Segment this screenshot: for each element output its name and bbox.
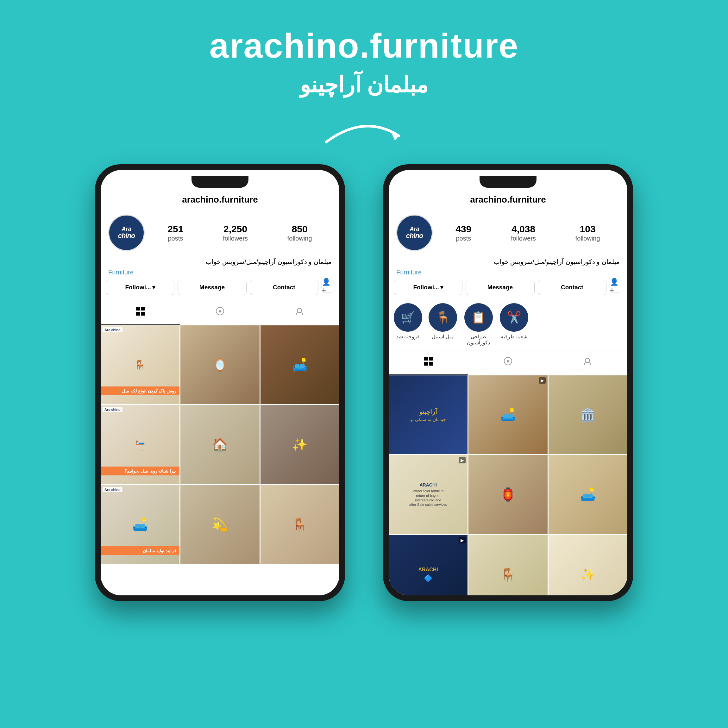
left-action-buttons: Followi... ▾ Message Contact 👤+: [101, 280, 339, 300]
right-photo-9: ✨: [549, 535, 627, 595]
svg-rect-8: [424, 357, 428, 361]
left-tab-grid[interactable]: [101, 300, 180, 325]
left-stats: 251 posts 2,250 followers 850 following: [148, 224, 332, 242]
left-photo-3: 🛋️: [260, 326, 339, 404]
left-message-button[interactable]: Message: [177, 280, 246, 295]
highlight-decor-label: طراحی دکوراسیون: [463, 333, 494, 346]
highlight-decor-circle: 📋: [464, 303, 493, 332]
left-photo-4: Arc chino 🛏️ · · · چرا شبانه روی مبل بخو…: [101, 405, 179, 484]
curved-arrow-icon: [317, 110, 411, 155]
right-username: arachino.furniture: [389, 189, 627, 208]
right-highlights-row: 🛒 فروخته شد 🪑 مبل استیل 📋: [389, 300, 627, 350]
svg-rect-1: [136, 307, 140, 310]
left-screen-content: arachino.furniture Ara chino 251: [101, 189, 339, 595]
right-notch: [480, 176, 537, 188]
highlight-steel-circle: 🪑: [428, 303, 457, 332]
highlight-decor[interactable]: 📋 طراحی دکوراسیون: [463, 303, 494, 346]
left-stat-posts: 251 posts: [167, 224, 183, 242]
svg-point-7: [297, 308, 302, 313]
right-message-button[interactable]: Message: [466, 280, 534, 295]
svg-marker-13: [507, 359, 510, 363]
left-photo-9: 🪑: [260, 485, 339, 564]
left-category: Furniture: [101, 269, 339, 280]
right-photo-1: آراچینو چیدمان به سبکی تو: [389, 375, 468, 454]
left-stat-followers: 2,250 followers: [223, 224, 248, 242]
left-avatar: Ara chino: [108, 215, 145, 251]
left-photo-7: Arc chino 🛋️ فرایند تولید مبلمان: [101, 485, 179, 564]
svg-marker-6: [219, 310, 222, 313]
svg-rect-2: [141, 307, 145, 310]
highlight-steel-label: مبل استیل: [432, 333, 454, 340]
arrow-container: [0, 107, 728, 158]
right-tabs-row: [389, 350, 627, 375]
left-stats-row: Ara chino 251 posts 2,250 follower: [101, 208, 339, 257]
left-phone-frame: arachino.furniture Ara chino 251: [95, 164, 345, 601]
right-stat-followers: 4,038 followers: [511, 224, 536, 242]
left-phone: arachino.furniture Ara chino 251: [95, 164, 345, 601]
left-notch: [191, 176, 248, 188]
right-category: Furniture: [389, 269, 627, 280]
right-stats-row: Ara chino 439 posts 4,038 follower: [389, 208, 627, 257]
left-tab-tagged[interactable]: [260, 300, 339, 325]
left-photo-8: 💫: [180, 485, 259, 564]
right-tab-reels[interactable]: [468, 350, 548, 375]
right-phone-screen: arachino.furniture Ara chino 439: [389, 170, 627, 595]
phones-container: arachino.furniture Ara chino 251: [0, 164, 728, 601]
right-bio: مبلمان و دکوراسیون آراچینو/مبل/سرویس خوا…: [389, 257, 627, 269]
right-phone-frame: arachino.furniture Ara chino 439: [383, 164, 633, 601]
left-photo-1: Arc chino 🪑 روش پاک کردن انواع لکه مبل: [101, 326, 179, 404]
left-bio: مبلمان و دکوراسیون آراچینو/مبل/سرویس خوا…: [101, 257, 339, 269]
page-subtitle: مبلمان آراچینو: [0, 72, 728, 98]
right-screen-content: arachino.furniture Ara chino 439: [389, 189, 627, 595]
right-photo-grid: آراچینو چیدمان به سبکی تو 🛋️ ▶: [389, 375, 627, 595]
right-stat-posts: 439 posts: [456, 224, 471, 242]
left-photo-2: 🪞: [180, 326, 259, 404]
right-avatar: Ara chino: [396, 215, 433, 251]
highlight-steel[interactable]: 🪑 مبل استیل: [428, 303, 457, 346]
highlight-branch-circle: ✂️: [500, 303, 528, 332]
highlight-sold-circle: 🛒: [394, 303, 422, 332]
left-tab-reels[interactable]: [180, 300, 260, 325]
right-photo-7: ARACHI 🔷 ▶: [389, 535, 468, 595]
right-stats: 439 posts 4,038 followers 103 following: [436, 224, 620, 242]
left-add-person-button[interactable]: 👤+: [321, 280, 334, 292]
right-following-button[interactable]: Followi... ▾: [394, 280, 462, 295]
highlight-branch[interactable]: ✂️ شعبه طرقبه: [500, 303, 528, 346]
right-photo-2: 🛋️ ▶: [468, 375, 547, 454]
right-action-buttons: Followi... ▾ Message Contact 👤+: [389, 280, 627, 300]
right-photo-4: ARACHI Wood color fabric Inreturn of buy…: [389, 455, 468, 534]
highlight-branch-label: شعبه طرقبه: [501, 333, 527, 340]
svg-rect-10: [424, 362, 428, 366]
left-photo-6: ✨: [260, 405, 339, 484]
right-photo-6: 🛋️: [549, 455, 627, 534]
right-photo-3: 🏛️: [549, 375, 627, 454]
left-photo-5: 🏠: [180, 405, 259, 484]
left-phone-screen: arachino.furniture Ara chino 251: [101, 170, 339, 595]
right-tab-tagged[interactable]: [548, 350, 627, 375]
svg-rect-9: [429, 357, 433, 361]
highlight-sold-label: فروخته شد: [396, 333, 420, 340]
left-tabs-row: [101, 300, 339, 326]
highlight-sold[interactable]: 🛒 فروخته شد: [394, 303, 422, 346]
left-photo-grid: Arc chino 🪑 روش پاک کردن انواع لکه مبل 🪞: [101, 326, 339, 564]
right-photo-8: 🪑: [468, 535, 547, 595]
left-following-button[interactable]: Followi... ▾: [106, 280, 174, 295]
right-tab-grid[interactable]: [389, 350, 468, 375]
svg-rect-11: [429, 362, 433, 366]
svg-point-14: [585, 358, 590, 363]
svg-rect-4: [141, 312, 145, 315]
svg-rect-3: [136, 312, 140, 315]
left-contact-button[interactable]: Contact: [250, 280, 318, 295]
left-stat-following: 850 following: [288, 224, 312, 242]
left-username: arachino.furniture: [101, 189, 339, 208]
right-add-person-button[interactable]: 👤+: [610, 280, 622, 292]
right-contact-button[interactable]: Contact: [538, 280, 606, 295]
right-photo-5: 🏮: [468, 455, 547, 534]
right-phone: arachino.furniture Ara chino 439: [383, 164, 633, 601]
page-title: arachino.furniture: [0, 0, 728, 66]
right-stat-following: 103 following: [575, 224, 600, 242]
